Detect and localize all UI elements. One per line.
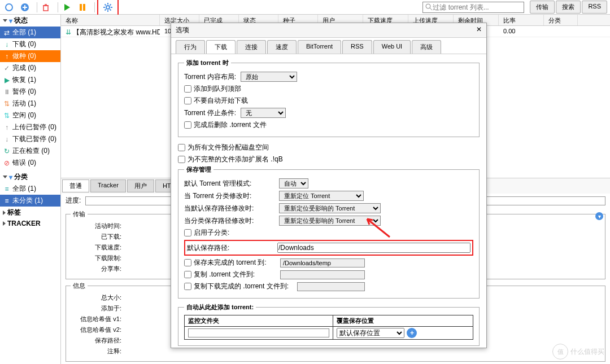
main-toolbar: 传输 搜索 RSS: [0, 0, 610, 15]
copy-completed-input[interactable]: [297, 282, 365, 291]
add-folder-icon[interactable]: +: [407, 328, 417, 338]
cat-path-change-select[interactable]: 重新定位受影响的 Torrent: [279, 216, 381, 226]
watermark: 值 什么值得买: [552, 344, 604, 359]
dtab-advanced[interactable]: 高级: [412, 40, 441, 54]
col-name[interactable]: 名称: [61, 15, 160, 25]
sidebar-cat-all[interactable]: ≡全部 (1): [0, 183, 60, 195]
btab-tracker[interactable]: Tracker: [90, 179, 126, 192]
tab-transfer[interactable]: 传输: [530, 1, 555, 14]
close-icon[interactable]: ✕: [476, 25, 482, 35]
col-ratio[interactable]: 比率: [499, 15, 544, 25]
save-incomplete-input[interactable]: [280, 258, 365, 267]
dialog-titlebar[interactable]: 选项 ✕: [171, 23, 486, 38]
default-path-change-select[interactable]: 重新定位受影响的 Torrent: [279, 203, 381, 213]
svg-point-5: [106, 6, 110, 9]
dialog-body: 添加 torrent 时 Torrent 内容布局:原始 添加到队列顶部 不要自…: [171, 54, 486, 348]
svg-point-0: [6, 4, 12, 11]
sidebar-item-active[interactable]: ⇅活动 (1): [0, 98, 60, 109]
delete-after-checkbox[interactable]: [184, 121, 191, 129]
svg-rect-2: [43, 6, 48, 11]
tags-header[interactable]: 标签: [0, 207, 60, 218]
svg-point-6: [426, 4, 430, 8]
view-tabs: 传输 搜索 RSS: [529, 1, 607, 14]
content-layout-select[interactable]: 原始: [241, 72, 297, 82]
tracker-header[interactable]: TRACKER: [0, 218, 60, 229]
sidebar-item-idle[interactable]: ⇅空闲 (0): [0, 109, 60, 121]
no-autostart-checkbox[interactable]: [184, 97, 191, 104]
sidebar-item-checking[interactable]: ↻正在检查 (0): [0, 145, 60, 157]
gear-icon[interactable]: [102, 1, 114, 14]
add-top-checkbox[interactable]: [184, 85, 191, 93]
svg-rect-4: [83, 4, 85, 11]
dialog-title-text: 选项: [176, 25, 189, 35]
dialog-tabs: 行为 下载 连接 速度 BitTorrent RSS Web UI 高级: [171, 38, 486, 54]
sidebar-item-down-paused[interactable]: ↓下载已暂停 (0): [0, 133, 60, 145]
pause-icon[interactable]: [76, 1, 89, 14]
sidebar-cat-unclassified[interactable]: ≡未分类 (1): [0, 195, 60, 207]
override-loc-select[interactable]: 默认保存位置: [337, 328, 404, 338]
dtab-behavior[interactable]: 行为: [176, 40, 205, 54]
play-icon[interactable]: [60, 1, 73, 14]
sidebar-item-seeding[interactable]: ↑做种 (0): [0, 50, 60, 62]
watch-folder-table: 监控文件夹覆盖保存位置 默认保存位置+: [184, 315, 473, 340]
stop-cond-select[interactable]: 无: [241, 108, 286, 118]
separator: [37, 2, 37, 12]
btab-peers[interactable]: 用户: [127, 179, 154, 192]
prealloc-checkbox[interactable]: [178, 144, 185, 151]
search-icon: [425, 3, 433, 11]
save-incomplete-checkbox[interactable]: [184, 259, 191, 266]
separator: [94, 2, 95, 12]
delete-icon[interactable]: [40, 1, 52, 14]
add-torrent-fieldset: 添加 torrent 时 Torrent 内容布局:原始 添加到队列顶部 不要自…: [178, 59, 480, 137]
enable-subcat-checkbox[interactable]: [184, 229, 191, 236]
sidebar-item-resume[interactable]: ▶恢复 (1): [0, 74, 60, 86]
svg-rect-3: [80, 4, 82, 11]
sidebar-item-all[interactable]: ⇄全部 (1): [0, 27, 60, 38]
append-qb-checkbox[interactable]: [178, 156, 185, 163]
dtab-bittorrent[interactable]: BitTorrent: [298, 40, 341, 54]
auto-add-fieldset: 自动从此处添加 torrent: 监控文件夹覆盖保存位置 默认保存位置+: [178, 303, 480, 346]
save-mgmt-fieldset: 保存管理 默认 Torrent 管理模式:自动 当 Torrent 分类修改时:…: [178, 165, 480, 299]
sidebar-item-download[interactable]: ↓下载 (0): [0, 38, 60, 50]
btab-general[interactable]: 普通: [62, 179, 89, 192]
copy-torrent-checkbox[interactable]: [184, 271, 191, 278]
default-mode-select[interactable]: 自动: [279, 178, 308, 188]
progress-label: 进度:: [66, 196, 81, 205]
dtab-connection[interactable]: 连接: [237, 40, 266, 54]
sidebar: ▾ 状态 ⇄全部 (1) ↓下载 (0) ↑做种 (0) ✓完成 (0) ▶恢复…: [0, 15, 61, 364]
dtab-speed[interactable]: 速度: [267, 40, 297, 54]
default-save-path-row: 默认保存路径:: [184, 240, 473, 256]
add-icon[interactable]: [19, 1, 31, 14]
filter-input[interactable]: [433, 3, 521, 11]
copy-torrent-input[interactable]: [280, 270, 365, 279]
tab-search[interactable]: 搜索: [556, 1, 581, 14]
filter-search[interactable]: [422, 2, 524, 13]
watch-folder-input[interactable]: [188, 328, 329, 337]
options-dialog: 选项 ✕ 行为 下载 连接 速度 BitTorrent RSS Web UI 高…: [171, 23, 487, 348]
dtab-download[interactable]: 下载: [206, 40, 236, 54]
sidebar-item-error[interactable]: ⊘错误 (0): [0, 157, 60, 169]
copy-completed-checkbox[interactable]: [184, 283, 191, 290]
link-icon[interactable]: [3, 1, 15, 14]
sidebar-item-up-paused[interactable]: ↑上传已暂停 (0): [0, 121, 60, 133]
col-category[interactable]: 分类: [544, 15, 578, 25]
cat-change-select[interactable]: 重新定位 Torrent: [279, 191, 364, 201]
sidebar-item-complete[interactable]: ✓完成 (0): [0, 62, 60, 74]
tab-rss[interactable]: RSS: [582, 1, 607, 14]
default-save-path-input[interactable]: [277, 243, 470, 253]
dtab-webui[interactable]: Web UI: [373, 40, 411, 54]
separator: [58, 2, 58, 12]
settings-highlight: [97, 0, 119, 16]
expand-icon[interactable]: ▾: [595, 212, 603, 220]
category-header[interactable]: ▾ 分类: [0, 171, 60, 183]
status-header[interactable]: ▾ 状态: [0, 15, 60, 27]
dtab-rss[interactable]: RSS: [342, 40, 372, 54]
sidebar-item-paused[interactable]: ⏸暂停 (0): [0, 86, 60, 98]
